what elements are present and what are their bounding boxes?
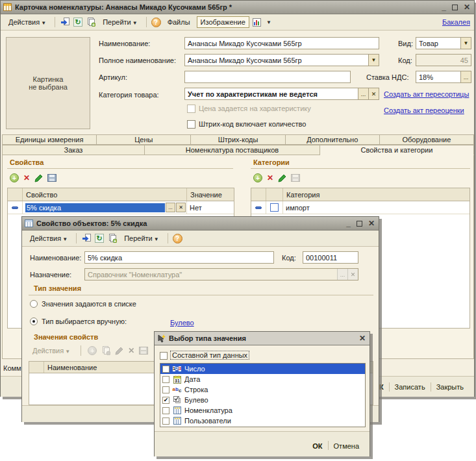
list-item[interactable]: ✔ Булево: [160, 395, 365, 405]
radio-icon[interactable]: [30, 318, 38, 325]
refresh-icon[interactable]: ↻: [94, 233, 105, 243]
parent-group-link[interactable]: Бакалея: [442, 18, 470, 26]
ellipsis-icon[interactable]: ...: [166, 203, 175, 212]
property-dialog-titlebar[interactable]: Свойство объектов: 5% скидка _ ✕: [22, 217, 379, 230]
full-name-input[interactable]: Ананасы Микадо Кусочками 565гр▼: [184, 54, 379, 66]
report-icon[interactable]: [252, 17, 262, 27]
help-icon[interactable]: ?: [173, 234, 182, 243]
type-select-window: Выбор типа значения ✕ Составной тип данн…: [154, 331, 370, 456]
value-cell[interactable]: Нет: [187, 201, 234, 214]
picture-placeholder[interactable]: Картинка не выбрана: [6, 37, 90, 129]
close-button[interactable]: Закрыть: [431, 381, 469, 393]
checkbox-icon[interactable]: [187, 120, 195, 129]
article-input[interactable]: [184, 71, 351, 83]
barcode-qty-checkbox[interactable]: Штрих-код включает количество: [187, 120, 306, 129]
list-item[interactable]: abc Строка: [160, 384, 365, 395]
category-row[interactable]: импорт: [251, 201, 470, 214]
add-icon[interactable]: +: [10, 173, 19, 182]
ellipsis-icon[interactable]: ...: [460, 71, 471, 82]
tab-prices[interactable]: Цены: [97, 134, 191, 145]
edit-pencil-icon[interactable]: [34, 174, 43, 182]
article-label: Артикул:: [99, 73, 127, 81]
checkbox-icon[interactable]: [160, 352, 168, 360]
close-icon[interactable]: ✕: [368, 219, 375, 227]
add-icon[interactable]: +: [253, 173, 262, 182]
clear-icon[interactable]: ✕: [176, 203, 186, 212]
maximize-icon[interactable]: [452, 5, 458, 10]
minimize-icon[interactable]: _: [442, 3, 446, 11]
tab-equipment[interactable]: Оборудование: [380, 134, 474, 145]
cancel-button[interactable]: Отмена: [329, 440, 364, 452]
category-checkbox[interactable]: [270, 203, 279, 212]
type-checkbox[interactable]: [162, 407, 169, 414]
actions-menu-button[interactable]: Действия▼: [5, 16, 50, 28]
list-item[interactable]: 31 Дата: [160, 374, 365, 384]
chevron-down-icon[interactable]: ▼: [460, 38, 471, 49]
files-button[interactable]: Файлы: [164, 16, 194, 28]
type-checkbox[interactable]: [162, 417, 169, 425]
list-item[interactable]: Пользователи: [160, 416, 365, 426]
minimize-icon[interactable]: _: [346, 219, 351, 227]
close-icon[interactable]: ✕: [464, 3, 470, 11]
code-input[interactable]: 00100011: [303, 251, 358, 264]
write-button[interactable]: Записать: [390, 381, 431, 393]
goto-menu-button[interactable]: Перейти▼: [120, 232, 163, 244]
create-reprice-act-link[interactable]: Создать акт переоценки: [384, 106, 464, 114]
save-record-icon[interactable]: [60, 17, 70, 27]
vat-input[interactable]: 18%...: [416, 71, 471, 83]
image-button[interactable]: Изображение: [197, 16, 249, 28]
list-item-label: Строка: [184, 386, 208, 393]
edit-pencil-icon[interactable]: [278, 174, 286, 182]
name-input[interactable]: 5% скидка: [84, 251, 274, 264]
refresh-icon[interactable]: ↻: [73, 17, 83, 27]
save-record-icon[interactable]: [81, 233, 92, 243]
name-input[interactable]: Ананасы Микадо Кусочками 565гр: [184, 37, 379, 49]
property-values-header: Значения свойств: [34, 333, 98, 341]
type-checkbox[interactable]: [162, 386, 169, 393]
type-value-link[interactable]: Булево: [170, 319, 194, 327]
list-item[interactable]: 123 Число: [160, 364, 365, 374]
type-checkbox[interactable]: [162, 376, 169, 383]
tab-barcodes[interactable]: Штрих-коды: [191, 134, 285, 145]
kind-select[interactable]: Товар▼: [416, 37, 471, 49]
copy-new-icon[interactable]: +: [107, 233, 118, 243]
clear-icon[interactable]: ✕: [368, 88, 379, 99]
delete-icon: ✕: [128, 346, 134, 355]
maximize-icon[interactable]: [357, 221, 362, 227]
create-resort-act-link[interactable]: Создать акт пересортицы: [384, 90, 469, 98]
chevron-down-icon[interactable]: ▼: [368, 55, 379, 66]
tab-units[interactable]: Единицы измерения: [2, 134, 97, 145]
type-checkbox[interactable]: ✔: [162, 397, 169, 404]
radio-manual-type[interactable]: Тип выбирается вручную:: [30, 318, 127, 325]
property-cell-value[interactable]: 5% скидка: [25, 203, 165, 212]
property-row[interactable]: 5% скидка ... ✕ Нет: [8, 201, 234, 214]
delete-icon[interactable]: ✕: [267, 173, 273, 182]
category-input[interactable]: Учет по характеристикам не ведется...✕: [184, 88, 379, 100]
goto-menu-button[interactable]: Перейти▼: [99, 16, 142, 28]
clear-icon: ✕: [347, 269, 358, 280]
composite-type-checkbox[interactable]: Составной тип данных: [160, 351, 249, 360]
category-cell[interactable]: импорт: [283, 201, 470, 214]
copy-new-icon[interactable]: +: [86, 17, 96, 27]
name-label: Наименование:: [99, 40, 150, 47]
radio-values-list[interactable]: Значения задаются в списке: [30, 300, 136, 308]
svg-text:+: +: [92, 23, 95, 27]
radio-icon[interactable]: [30, 300, 38, 308]
help-icon[interactable]: ?: [151, 18, 161, 27]
type-dialog-titlebar[interactable]: Выбор типа значения ✕: [155, 332, 370, 345]
item-card-titlebar[interactable]: Карточка номенклатуры: Ананасы Микадо Ку…: [1, 1, 474, 14]
finish-editing-icon[interactable]: [47, 174, 56, 182]
code-label: Код:: [398, 56, 412, 64]
actions-menu-button[interactable]: Действия▼: [26, 232, 71, 244]
tab-supplier-items[interactable]: Номенклатура поставщиков: [145, 145, 320, 155]
ok-button[interactable]: ОК: [307, 440, 327, 452]
delete-icon[interactable]: ✕: [23, 173, 30, 182]
list-item[interactable]: Номенклатура: [160, 405, 365, 416]
close-icon[interactable]: ✕: [359, 334, 366, 342]
type-checkbox[interactable]: [162, 366, 169, 373]
tab-order[interactable]: Заказ: [2, 145, 145, 155]
ellipsis-icon[interactable]: ...: [358, 88, 368, 99]
report-dropdown-icon[interactable]: ▼: [266, 19, 271, 25]
tab-additional[interactable]: Дополнительно: [286, 134, 380, 145]
tab-properties-categories[interactable]: Свойства и категории: [320, 145, 474, 155]
